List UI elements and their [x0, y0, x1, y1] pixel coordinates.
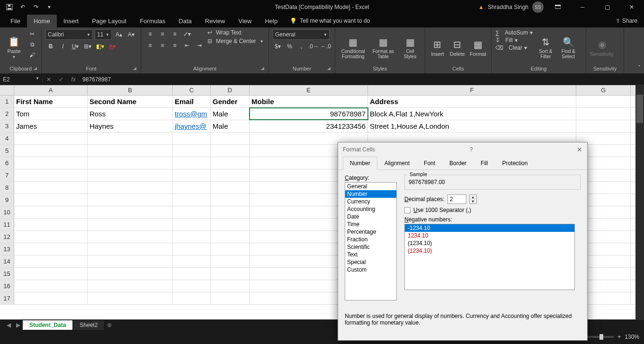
font-name-combo[interactable]: Calibri▼	[45, 29, 93, 40]
cell[interactable]	[211, 145, 250, 157]
paste-button[interactable]: 📋 Paste ▼	[4, 29, 24, 66]
align-middle-icon[interactable]: ≡	[157, 29, 168, 39]
tab-data[interactable]: Data	[172, 15, 198, 27]
cell[interactable]	[14, 132, 88, 144]
find-select-button[interactable]: 🔍Find & Select	[558, 29, 578, 66]
tab-review[interactable]: Review	[198, 15, 232, 27]
maximize-icon[interactable]: ▢	[597, 0, 617, 14]
zoom-level[interactable]: 130%	[625, 334, 639, 340]
row-header[interactable]: 3	[0, 120, 14, 132]
column-header-G[interactable]: G	[576, 85, 631, 95]
cell[interactable]	[88, 194, 173, 206]
cell[interactable]	[211, 157, 250, 169]
dialog-tab-border[interactable]: Border	[442, 157, 474, 169]
cell[interactable]	[14, 256, 88, 267]
cell[interactable]	[576, 120, 631, 132]
row-header[interactable]: 17	[0, 292, 14, 304]
category-item[interactable]: Percentage	[345, 228, 396, 236]
row-header[interactable]: 15	[0, 268, 14, 280]
tab-view[interactable]: View	[232, 15, 258, 27]
row-header[interactable]: 13	[0, 243, 14, 255]
cell[interactable]	[211, 268, 250, 280]
align-right-icon[interactable]: ≡	[170, 41, 180, 50]
cell[interactable]: Street 1,House A,London	[368, 120, 576, 132]
cell[interactable]: Email	[173, 96, 211, 107]
cell[interactable]	[173, 280, 211, 292]
row-header[interactable]: 1	[0, 96, 14, 107]
accounting-format-icon[interactable]: $▾	[273, 42, 283, 51]
increase-font-icon[interactable]: A▴	[114, 30, 124, 39]
cell[interactable]: Second Name	[88, 96, 173, 107]
redo-icon[interactable]: ↷	[30, 1, 42, 13]
cell[interactable]: Mobile	[250, 96, 368, 107]
font-size-combo[interactable]: 11▼	[95, 29, 112, 40]
align-center-icon[interactable]: ≡	[157, 41, 168, 50]
merge-center-button[interactable]: ⊟Merge & Center▼	[207, 38, 264, 44]
tab-formulas[interactable]: Formulas	[133, 15, 172, 27]
cell[interactable]	[14, 243, 88, 255]
cell[interactable]: Male	[211, 120, 250, 132]
row-header[interactable]: 8	[0, 182, 14, 194]
decrease-font-icon[interactable]: A▾	[126, 30, 136, 39]
cell[interactable]	[88, 268, 173, 280]
underline-button[interactable]: U▾	[70, 42, 80, 51]
collapse-ribbon-icon[interactable]: ˆ	[635, 63, 644, 73]
ribbon-display-icon[interactable]	[547, 0, 568, 14]
row-header[interactable]: 2	[0, 108, 14, 120]
category-item[interactable]: Time	[345, 221, 396, 228]
formula-enter-icon[interactable]: ✓	[55, 76, 67, 83]
thousands-separator-checkbox[interactable]	[404, 207, 411, 213]
italic-button[interactable]: I	[58, 42, 68, 51]
cell[interactable]: James	[14, 120, 88, 132]
tab-page-layout[interactable]: Page Layout	[85, 15, 133, 27]
delete-cells-button[interactable]: ⊟Delete	[449, 29, 466, 66]
cell[interactable]	[88, 292, 173, 304]
sheet-nav-prev-icon[interactable]: ◀	[4, 322, 13, 328]
new-sheet-icon[interactable]: ⊕	[105, 322, 114, 328]
decrease-indent-icon[interactable]: ⇤	[182, 41, 192, 50]
row-header[interactable]: 14	[0, 256, 14, 267]
category-item[interactable]: Number	[345, 190, 396, 198]
cell[interactable]	[173, 231, 211, 243]
cell[interactable]	[211, 256, 250, 267]
column-header-C[interactable]: C	[173, 85, 211, 95]
cell[interactable]	[211, 243, 250, 255]
cell[interactable]	[173, 256, 211, 267]
cell[interactable]	[173, 182, 211, 194]
cell[interactable]	[88, 145, 173, 157]
dialog-help-icon[interactable]: ?	[470, 146, 473, 153]
cell[interactable]	[14, 280, 88, 292]
cell[interactable]	[14, 182, 88, 194]
cell[interactable]: Gender	[211, 96, 250, 107]
cell[interactable]	[88, 157, 173, 169]
cell[interactable]: Haynes	[88, 120, 173, 132]
decrease-decimal-icon[interactable]: ←.0	[321, 42, 331, 51]
row-header[interactable]: 11	[0, 219, 14, 230]
negative-option[interactable]: -1234.10	[405, 224, 574, 232]
column-header-F[interactable]: F	[368, 85, 576, 95]
cell[interactable]	[173, 169, 211, 181]
cell[interactable]	[173, 268, 211, 280]
cell[interactable]	[88, 219, 173, 230]
cell[interactable]	[88, 231, 173, 243]
clear-button[interactable]: ⌫ Clear▾	[495, 44, 533, 51]
category-item[interactable]: General	[345, 183, 396, 190]
cell[interactable]	[173, 206, 211, 218]
font-color-icon[interactable]: A▾	[107, 42, 117, 51]
cell[interactable]: Ross	[88, 108, 173, 120]
align-left-icon[interactable]: ≡	[145, 41, 155, 50]
row-header[interactable]: 5	[0, 145, 14, 157]
cell[interactable]	[173, 292, 211, 304]
cell[interactable]: 2341233456	[250, 120, 368, 132]
fill-color-icon[interactable]: ◧▾	[95, 42, 105, 51]
cell[interactable]	[14, 219, 88, 230]
cell[interactable]	[88, 206, 173, 218]
cell[interactable]	[14, 231, 88, 243]
column-header-B[interactable]: B	[88, 85, 173, 95]
orientation-icon[interactable]: ⤢▾	[182, 29, 192, 39]
cell[interactable]: First Name	[14, 96, 88, 107]
conditional-formatting-button[interactable]: ▦Conditional Formatting	[339, 29, 367, 66]
row-header[interactable]: 16	[0, 280, 14, 292]
number-format-combo[interactable]: General▼	[273, 29, 330, 40]
format-cells-button[interactable]: ▦Format	[469, 29, 487, 66]
